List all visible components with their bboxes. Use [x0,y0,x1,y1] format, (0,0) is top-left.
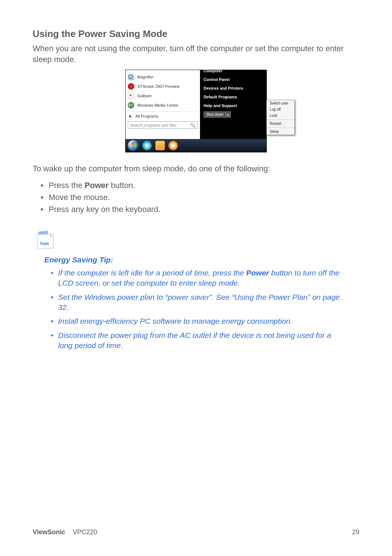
shutdown-arrow-icon[interactable]: ▸ [226,111,231,118]
ie-icon[interactable] [142,141,152,150]
list-item: Install energy-efficiency PC software to… [51,316,345,326]
section-title: Using the Power Saving Mode [33,28,359,40]
program-item-magnifier[interactable]: Magnifier [127,72,199,82]
search-placeholder: Search programs and files [130,123,176,127]
program-item-sysmark[interactable]: SYSmark 2007 Preview [127,82,199,91]
list-item: Press the Power button. [41,179,359,191]
power-options-menu: Switch user Log off Lock Restart Sleep [266,100,295,135]
list-item: Set the Windows power plan to “power sav… [51,292,345,313]
list-item: If the computer is left idle for a perio… [51,268,345,289]
footer-brand: ViewSonic [33,528,65,536]
shutdown-label: Shut down [204,111,226,118]
menu-item-lock[interactable]: Lock [267,113,294,119]
screenshot-container: Magnifier SYSmark 2007 Preview Solitaire… [33,70,359,152]
taskbar [126,139,266,152]
wake-intro: To wake up the computer from sleep mode,… [33,163,359,174]
page-number: 29 [352,528,359,536]
start-menu-right-pane: Computer Control Panel Devices and Print… [200,70,266,139]
search-input[interactable]: Search programs and files 🔍 [128,121,198,129]
menu-item-log-off[interactable]: Log off [267,106,294,113]
link-devices-printers[interactable]: Devices and Printers [200,84,266,93]
page-footer: ViewSonic VPC220 29 [33,528,359,536]
note-label: Note [40,241,49,247]
program-label: Windows Media Center [137,103,179,107]
link-default-programs[interactable]: Default Programs [200,93,266,101]
sysmark-icon [128,83,134,90]
search-icon: 🔍 [190,123,196,128]
wmc-icon [128,102,134,109]
list-item: Press any key on the keyboard. [41,203,359,215]
menu-separator [267,127,294,128]
menu-item-restart[interactable]: Restart [267,120,294,127]
start-menu-screenshot: Magnifier SYSmark 2007 Preview Solitaire… [125,70,267,152]
menu-separator [267,119,294,120]
menu-item-switch-user[interactable]: Switch user [267,100,294,106]
program-label: SYSmark 2007 Preview [137,84,179,89]
footer-model: VPC220 [73,528,97,536]
all-programs-button[interactable]: ▶ All Programs [127,111,199,120]
intro-paragraph: When you are not using the computer, tur… [33,43,359,65]
program-item-wmc[interactable]: Windows Media Center [127,101,199,110]
link-help-support[interactable]: Help and Support [200,101,266,110]
magnifier-icon [128,74,134,80]
media-player-icon[interactable] [168,141,178,150]
start-menu-left-pane: Magnifier SYSmark 2007 Preview Solitaire… [126,70,200,139]
program-label: Magnifier [137,75,154,79]
link-control-panel[interactable]: Control Panel [200,75,266,84]
program-label: Solitaire [137,94,152,98]
tip-heading: Energy Saving Tip: [44,255,359,264]
note-icon: Note [36,233,54,250]
wake-instructions-list: Press the Power button. Move the mouse. … [41,179,359,215]
solitaire-icon [128,93,134,99]
explorer-icon[interactable] [155,141,165,150]
shutdown-button[interactable]: Shut down ▸ [204,111,231,118]
chevron-right-icon: ▶ [129,114,132,118]
list-item: Move the mouse. [41,191,359,203]
energy-tip-list: If the computer is left idle for a perio… [51,268,345,351]
list-item: Disconnect the power plug from the AC ou… [51,330,345,351]
menu-item-sleep[interactable]: Sleep [267,128,294,135]
all-programs-label: All Programs [135,114,158,118]
link-computer[interactable]: Computer [200,69,266,75]
program-item-solitaire[interactable]: Solitaire [127,91,199,101]
start-button-icon[interactable] [128,140,139,151]
